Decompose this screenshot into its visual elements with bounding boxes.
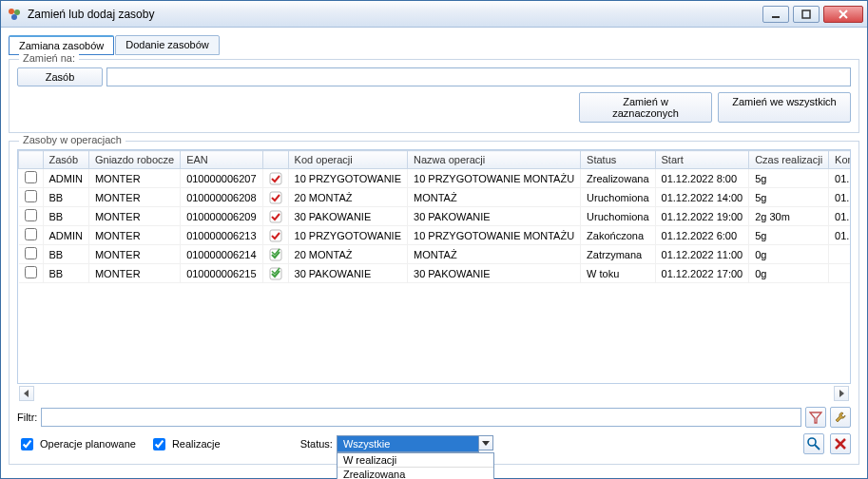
row-checkbox[interactable] xyxy=(25,266,37,278)
cell-ean-flag xyxy=(262,226,288,245)
cell-start: 01.12.2022 8:00 xyxy=(655,169,749,188)
cell-czas: 0g xyxy=(749,245,829,264)
row-checkbox[interactable] xyxy=(25,190,37,202)
table-row[interactable]: ADMINMONTER01000000620710 PRZYGOTOWANIE1… xyxy=(19,169,852,188)
filter-row: Filtr: xyxy=(17,407,851,428)
cell-status: Zakończona xyxy=(581,226,655,245)
cell-start: 01.12.2022 6:00 xyxy=(655,226,749,245)
search-button[interactable] xyxy=(803,433,824,454)
cell-ean-flag xyxy=(262,264,288,283)
filter-input[interactable] xyxy=(41,408,801,427)
cell-ean-flag xyxy=(262,245,288,264)
status-flag-icon xyxy=(269,191,282,204)
cell-nazwa: MONTAŻ xyxy=(408,245,581,264)
filter-funnel-button[interactable] xyxy=(805,407,826,428)
cell-gniazdo: MONTER xyxy=(88,264,180,283)
cell-kod: 10 PRZYGOTOWANIE xyxy=(288,226,407,245)
cell-gniazdo: MONTER xyxy=(88,207,180,226)
cell-start: 01.12.2022 17:00 xyxy=(655,264,749,283)
scroll-left-icon[interactable] xyxy=(19,386,34,401)
tab-bar: Zamiana zasobów Dodanie zasobów xyxy=(9,35,859,55)
cell-ean-flag xyxy=(262,188,288,207)
svg-rect-7 xyxy=(270,173,281,184)
cell-start: 01.12.2022 14:00 xyxy=(655,188,749,207)
zasob-button[interactable]: Zasób xyxy=(17,67,103,86)
status-label: Status: xyxy=(300,438,333,450)
zasob-input[interactable] xyxy=(106,67,851,86)
zamien-wszystkich-button[interactable]: Zamień we wszystkich xyxy=(718,92,851,123)
search-icon xyxy=(806,436,821,451)
cell-koniec xyxy=(829,264,851,283)
col-nazwa[interactable]: Nazwa operacji xyxy=(408,151,581,169)
cell-ean: 010000006214 xyxy=(181,245,262,264)
status-dropdown[interactable]: W realizacjiZrealizowanaW tokuZatrzymana… xyxy=(337,452,494,479)
table-row[interactable]: BBMONTER01000000621530 PAKOWANIE30 PAKOW… xyxy=(19,264,852,283)
status-flag-icon xyxy=(269,210,282,223)
col-ean[interactable]: EAN xyxy=(181,151,262,169)
cell-nazwa: 30 PAKOWANIE xyxy=(408,264,581,283)
minimize-button[interactable] xyxy=(762,6,789,23)
close-button[interactable] xyxy=(823,6,863,23)
zamien-zaznaczonych-button[interactable]: Zamień w zaznaczonych xyxy=(579,92,712,123)
status-combo[interactable]: Wszystkie W realizacjiZrealizowanaW toku… xyxy=(337,435,493,452)
cell-nazwa: 30 PAKOWANIE xyxy=(408,207,581,226)
cell-zasob: BB xyxy=(43,264,88,283)
col-kod[interactable]: Kod operacji xyxy=(288,151,407,169)
col-status[interactable]: Status xyxy=(581,151,655,169)
realizacje-checkbox[interactable]: Realizacje xyxy=(149,435,221,453)
table-row[interactable]: ADMINMONTER01000000621310 PRZYGOTOWANIE1… xyxy=(19,226,852,245)
zamien-na-fieldset: Zamień na: Zasób Zamień w zaznaczonych Z… xyxy=(9,59,859,133)
operacje-planowane-checkbox[interactable]: Operacje planowane xyxy=(17,435,136,453)
cell-koniec: 01.12.2022 11:00 xyxy=(829,226,851,245)
cell-ean: 010000006208 xyxy=(181,188,262,207)
col-gniazdo[interactable]: Gniazdo robocze xyxy=(88,151,180,169)
col-koniec[interactable]: Koniec xyxy=(829,151,851,169)
grid-scrollbar[interactable] xyxy=(17,384,851,403)
svg-rect-4 xyxy=(802,10,810,18)
cell-nazwa: 10 PRZYGOTOWANIE MONTAŻU xyxy=(408,226,581,245)
table-row[interactable]: BBMONTER01000000620820 MONTAŻMONTAŻUruch… xyxy=(19,188,852,207)
operations-table: Zasób Gniazdo robocze EAN Kod operacji N… xyxy=(18,150,851,283)
row-checkbox[interactable] xyxy=(25,228,37,240)
app-window: Zamień lub dodaj zasoby Zamiana zasobów … xyxy=(0,0,868,479)
cell-gniazdo: MONTER xyxy=(88,245,180,264)
filter-settings-button[interactable] xyxy=(830,407,851,428)
svg-rect-11 xyxy=(270,249,281,260)
table-row[interactable]: BBMONTER01000000621420 MONTAŻMONTAŻZatrz… xyxy=(19,245,852,264)
row-checkbox[interactable] xyxy=(25,247,37,259)
realizacje-input[interactable] xyxy=(153,438,165,450)
operations-grid[interactable]: Zasób Gniazdo robocze EAN Kod operacji N… xyxy=(17,149,851,384)
status-selected[interactable]: Wszystkie xyxy=(337,435,479,452)
delete-button[interactable] xyxy=(830,433,851,454)
svg-point-1 xyxy=(14,10,20,15)
cell-nazwa: 10 PRZYGOTOWANIE MONTAŻU xyxy=(408,169,581,188)
cell-koniec: 01.12.2022 13:00 xyxy=(829,169,851,188)
status-option[interactable]: W realizacji xyxy=(338,453,493,468)
col-start[interactable]: Start xyxy=(655,151,749,169)
scroll-right-icon[interactable] xyxy=(834,386,849,401)
status-area: Status: Wszystkie W realizacjiZrealizowa… xyxy=(300,435,493,452)
table-row[interactable]: BBMONTER01000000620930 PAKOWANIE30 PAKOW… xyxy=(19,207,852,226)
app-icon xyxy=(7,7,22,22)
col-czas[interactable]: Czas realizacji xyxy=(749,151,829,169)
operacje-planowane-input[interactable] xyxy=(21,438,33,450)
wrench-icon xyxy=(834,411,847,424)
col-checkbox[interactable] xyxy=(19,151,44,169)
status-option[interactable]: Zrealizowana xyxy=(338,468,493,479)
cell-zasob: ADMIN xyxy=(43,226,88,245)
svg-point-0 xyxy=(9,9,14,14)
window-title: Zamień lub dodaj zasoby xyxy=(28,8,762,21)
row-checkbox[interactable] xyxy=(25,209,37,221)
chevron-down-icon[interactable] xyxy=(478,435,493,450)
cell-czas: 0g xyxy=(749,264,829,283)
cell-start: 01.12.2022 11:00 xyxy=(655,245,749,264)
svg-rect-10 xyxy=(270,230,281,241)
col-zasob[interactable]: Zasób xyxy=(43,151,88,169)
col-ean-icon[interactable] xyxy=(262,151,288,169)
maximize-button[interactable] xyxy=(793,6,820,23)
window-controls xyxy=(762,6,863,23)
tab-dodanie[interactable]: Dodanie zasobów xyxy=(115,35,219,55)
row-checkbox[interactable] xyxy=(25,171,37,183)
operacje-fieldset: Zasoby w operacjach Zasób Gniazdo robocz… xyxy=(9,141,859,465)
svg-point-17 xyxy=(808,438,816,446)
